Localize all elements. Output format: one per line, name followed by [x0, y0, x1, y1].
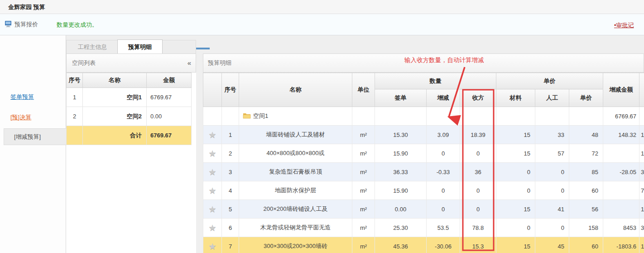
- toolbar: 预算报价 数量更改成功。 •审批记: [0, 14, 644, 35]
- row-received-qty-input[interactable]: 78.8: [460, 219, 496, 237]
- col-header-material[interactable]: 材料: [496, 89, 535, 107]
- window-titlebar: 金辉家园 预算: [0, 0, 644, 14]
- detail-table-row[interactable]: ★ 2 400×800或800×800或 m² 15.90 0 0 15 57 …: [203, 144, 644, 163]
- col-header-change-qty[interactable]: 增减: [427, 89, 460, 107]
- row-sign-qty: 25.30: [375, 219, 427, 237]
- detail-table-row[interactable]: ★ 3 复杂造型石膏板吊顶 m² 36.33 -0.33 36 0 0 85 -…: [203, 163, 644, 181]
- row-seq: 2: [222, 144, 239, 163]
- detail-panel: 序号 名称 单位 数量 单价 增减金额 签单 增减 收方 材料 人工 单价: [203, 73, 644, 253]
- row-sign-qty: 15.90: [375, 144, 427, 163]
- sidebar-item-pre-settlement[interactable]: [预]决算: [10, 113, 31, 122]
- col-header-labor[interactable]: 人工: [535, 89, 569, 107]
- space-list-panel: 序号 名称 金额 1 空间1 6769.67 2 空间2 0.00 合计 676…: [66, 73, 196, 253]
- col-header-name[interactable]: 名称: [239, 73, 352, 107]
- row-unit: m²: [352, 181, 375, 200]
- row-received-qty-input[interactable]: 0: [460, 181, 496, 200]
- tabstrip: 工程主信息 预算明细: [66, 40, 196, 54]
- col-header-no[interactable]: 序号: [67, 73, 83, 88]
- col-header-amount[interactable]: 金额: [147, 73, 192, 88]
- col-header-seq[interactable]: 序号: [222, 73, 239, 107]
- col-header-price[interactable]: 单价: [569, 89, 603, 107]
- row-edge-fragment: 1: [639, 200, 644, 219]
- space-row-amount: 6769.67: [147, 126, 192, 145]
- row-material-price: 15: [496, 144, 535, 163]
- row-change-amount: [603, 181, 639, 200]
- sidebar-item-sign-budget[interactable]: 签单预算: [10, 93, 34, 101]
- row-unit-price: 60: [569, 237, 603, 253]
- col-header-unit[interactable]: 单位: [352, 73, 375, 107]
- row-seq: 6: [222, 219, 239, 237]
- col-header-received-qty[interactable]: 收方: [460, 89, 496, 107]
- row-unit-price: 60: [569, 181, 603, 200]
- module-label: 预算报价: [14, 20, 38, 29]
- space-list-title: 空间列表: [72, 59, 96, 66]
- detail-table-row[interactable]: ★ 4 地面防水保护层 m² 15.90 0 0 0 0 60 7: [203, 181, 644, 200]
- star-icon[interactable]: ★: [208, 204, 216, 214]
- row-item-name: 墙面砖铺设人工及辅材: [239, 126, 352, 144]
- sidebar: 签单预算 [预]决算 [增减预算]: [0, 35, 66, 253]
- star-icon[interactable]: ★: [208, 167, 216, 177]
- space-row-no: 1: [67, 88, 83, 107]
- space-table-row[interactable]: 1 空间1 6769.67: [67, 88, 192, 107]
- row-sign-qty: 45.36: [375, 237, 427, 253]
- module-label-group: 预算报价: [5, 20, 38, 29]
- space-table-total-row[interactable]: 合计 6769.67: [67, 126, 192, 145]
- star-icon[interactable]: ★: [208, 149, 216, 158]
- col-header-sign-qty[interactable]: 签单: [375, 89, 427, 107]
- row-received-qty-input[interactable]: 0: [460, 200, 496, 219]
- row-labor-price: 0: [535, 219, 569, 237]
- row-change-qty: 0: [427, 200, 460, 219]
- tab-project-owner-info[interactable]: 工程主信息: [67, 40, 117, 54]
- group-name: 空间1: [253, 112, 268, 120]
- row-labor-price: 0: [535, 181, 569, 200]
- row-change-qty: 3.09: [427, 126, 460, 144]
- row-unit: m²: [352, 144, 375, 163]
- space-table: 序号 名称 金额 1 空间1 6769.67 2 空间2 0.00 合计 676…: [66, 73, 192, 145]
- detail-table-row[interactable]: ★ 7 300×300或200×300墙砖 m² 45.36 -30.06 15…: [203, 237, 644, 253]
- detail-table-row[interactable]: ★ 5 200×200墙砖铺设人工及 m² 0.00 0 0 15 41 56 …: [203, 200, 644, 219]
- row-unit: m²: [352, 219, 375, 237]
- row-item-name: 复杂造型石膏板吊顶: [239, 163, 352, 181]
- detail-table: 序号 名称 单位 数量 单价 增减金额 签单 增减 收方 材料 人工 单价: [203, 73, 644, 253]
- collapse-panel-icon[interactable]: «: [187, 54, 191, 72]
- star-icon[interactable]: ★: [208, 186, 216, 195]
- row-edge-fragment: 3: [639, 163, 644, 181]
- row-unit-price: 158: [569, 219, 603, 237]
- row-seq: 3: [222, 163, 239, 181]
- col-header-change-amount[interactable]: 增减金额: [603, 73, 639, 107]
- row-change-qty: -30.06: [427, 237, 460, 253]
- row-received-qty-input[interactable]: 36: [460, 163, 496, 181]
- annotation-text: 输入收方数量，自动计算增减: [404, 56, 484, 64]
- row-received-qty-input[interactable]: 15.3: [460, 237, 496, 253]
- star-icon[interactable]: ★: [208, 130, 216, 140]
- row-item-name: 木龙骨或轻钢龙骨平面无造: [239, 219, 352, 237]
- folder-icon: [243, 112, 251, 120]
- row-unit-price: 48: [569, 126, 603, 144]
- col-group-quantity: 数量: [375, 73, 496, 89]
- approval-record-link[interactable]: •审批记: [614, 21, 634, 29]
- row-unit-price: 72: [569, 144, 603, 163]
- col-header-star: [203, 73, 222, 107]
- space-row-name: 合计: [83, 126, 147, 145]
- detail-table-row[interactable]: ★ 6 木龙骨或轻钢龙骨平面无造 m² 25.30 53.5 78.8 0 0 …: [203, 219, 644, 237]
- row-material-price: 0: [496, 181, 535, 200]
- row-change-amount: -1803.6: [603, 237, 639, 253]
- space-row-amount: 0.00: [147, 107, 192, 126]
- group-seq-cell: [222, 107, 239, 126]
- space-table-row[interactable]: 2 空间2 0.00: [67, 107, 192, 126]
- row-received-qty-input[interactable]: 18.39: [460, 126, 496, 144]
- row-sign-qty: 0.00: [375, 200, 427, 219]
- tab-budget-detail[interactable]: 预算明细: [117, 39, 163, 54]
- row-received-qty-input[interactable]: 0: [460, 144, 496, 163]
- detail-table-row[interactable]: ★ 1 墙面砖铺设人工及辅材 m² 15.30 3.09 18.39 15 33…: [203, 126, 644, 144]
- space-group-row[interactable]: 空间1 6769.67: [203, 107, 644, 126]
- col-header-name[interactable]: 名称: [83, 73, 147, 88]
- sidebar-item-change-budget[interactable]: [增减预算]: [4, 128, 66, 145]
- row-sign-qty: 36.33: [375, 163, 427, 181]
- row-change-qty: 53.5: [427, 219, 460, 237]
- star-icon[interactable]: ★: [208, 242, 216, 251]
- row-item-name: 400×800或800×800或: [239, 144, 352, 163]
- row-edge-fragment: 1: [639, 126, 644, 144]
- star-icon[interactable]: ★: [208, 223, 216, 233]
- row-unit: m²: [352, 200, 375, 219]
